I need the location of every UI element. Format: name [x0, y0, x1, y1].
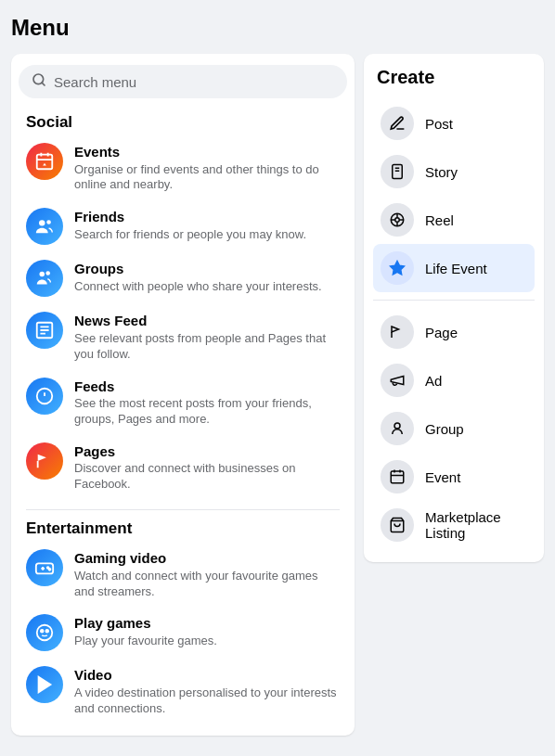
create-icon-marketplace — [381, 508, 414, 542]
menu-item-desc-playgames: Play your favourite games. — [74, 634, 217, 649]
menu-item-icon-playgames — [26, 614, 63, 651]
svg-point-25 — [41, 630, 44, 633]
menu-item-title-groups: Groups — [74, 260, 322, 278]
create-label-story: Story — [425, 164, 458, 180]
create-icon-event — [381, 460, 414, 493]
section-label-entertainment: Entertainment — [19, 519, 347, 538]
menu-item-text-pages: PagesDiscover and connect with businesse… — [74, 442, 340, 493]
menu-item-icon-events — [26, 143, 63, 180]
menu-item-text-events: EventsOrganise or find events and other … — [74, 143, 340, 193]
svg-marker-27 — [39, 677, 51, 693]
menu-item-video[interactable]: VideoA video destination personalised to… — [19, 659, 347, 724]
svg-rect-40 — [391, 471, 404, 483]
create-item-ad[interactable]: Ad — [373, 356, 535, 404]
create-icon-post — [381, 107, 414, 140]
create-label-group: Group — [425, 421, 464, 437]
menu-item-desc-pages: Discover and connect with businesses on … — [74, 461, 340, 493]
create-icon-group — [381, 412, 414, 445]
svg-point-7 — [39, 220, 45, 225]
create-icon-reel — [381, 203, 414, 237]
menu-item-text-playgames: Play gamesPlay your favourite games. — [74, 614, 217, 648]
svg-point-24 — [37, 625, 53, 641]
left-sections: SocialEventsOrganise or find events and … — [19, 113, 347, 724]
create-divider — [373, 300, 535, 301]
create-item-life-event[interactable]: Life Event — [373, 244, 535, 292]
create-item-marketplace[interactable]: Marketplace Listing — [373, 501, 535, 549]
menu-item-newsfeed[interactable]: News FeedSee relevant posts from people … — [19, 304, 347, 369]
create-label-marketplace: Marketplace Listing — [425, 509, 527, 541]
menu-item-icon-gaming — [26, 549, 63, 586]
menu-item-playgames[interactable]: Play gamesPlay your favourite games. — [19, 607, 347, 659]
svg-point-32 — [395, 218, 400, 223]
menu-item-events[interactable]: EventsOrganise or find events and other … — [19, 135, 347, 200]
create-label-life-event: Life Event — [425, 261, 487, 276]
create-icon-story — [381, 155, 414, 188]
menu-item-text-gaming: Gaming videoWatch and connect with your … — [74, 549, 340, 599]
menu-item-icon-feeds — [26, 378, 63, 415]
svg-marker-6 — [43, 163, 46, 166]
create-item-reel[interactable]: Reel — [373, 196, 535, 244]
create-item-story[interactable]: Story — [373, 147, 535, 196]
menu-item-title-events: Events — [74, 143, 340, 161]
create-label-event: Event — [425, 469, 460, 485]
menu-item-title-friends: Friends — [74, 208, 306, 226]
menu-item-text-groups: GroupsConnect with people who share your… — [74, 260, 322, 294]
svg-point-39 — [394, 423, 400, 429]
menu-item-desc-events: Organise or find events and other things… — [74, 162, 340, 194]
menu-item-text-video: VideoA video destination personalised to… — [74, 666, 340, 716]
menu-item-title-feeds: Feeds — [74, 378, 340, 396]
create-icon-page — [381, 315, 414, 349]
search-bar[interactable] — [19, 65, 347, 98]
create-label-page: Page — [425, 325, 458, 340]
menu-item-icon-pages — [26, 442, 63, 480]
svg-point-9 — [40, 272, 45, 277]
svg-point-8 — [46, 220, 51, 224]
create-item-page[interactable]: Page — [373, 308, 535, 356]
menu-item-desc-gaming: Watch and connect with your favourite ga… — [74, 569, 340, 600]
page-wrapper: Menu SocialEventsOrganise or find events… — [0, 0, 555, 736]
menu-item-title-gaming: Gaming video — [74, 549, 340, 568]
menu-item-text-feeds: FeedsSee the most recent posts from your… — [74, 378, 340, 428]
content-area: SocialEventsOrganise or find events and … — [11, 54, 544, 736]
menu-item-feeds[interactable]: FeedsSee the most recent posts from your… — [19, 370, 347, 435]
menu-item-desc-video: A video destination personalised to your… — [74, 686, 340, 717]
create-label-ad: Ad — [425, 373, 442, 389]
menu-item-icon-video — [26, 666, 63, 703]
menu-item-title-playgames: Play games — [74, 614, 217, 633]
create-label-post: Post — [425, 116, 453, 132]
menu-item-desc-friends: Search for friends or people you may kno… — [74, 227, 306, 243]
create-items: PostStoryReelLife EventPageAdGroupEventM… — [373, 99, 535, 549]
search-icon — [32, 72, 46, 91]
menu-item-desc-feeds: See the most recent posts from your frie… — [74, 396, 340, 428]
svg-marker-37 — [391, 262, 405, 275]
menu-item-pages[interactable]: PagesDiscover and connect with businesse… — [19, 435, 347, 500]
create-item-post[interactable]: Post — [373, 99, 535, 147]
svg-point-10 — [45, 271, 50, 275]
section-divider-0 — [26, 509, 340, 510]
menu-item-icon-groups — [26, 260, 63, 297]
menu-item-desc-groups: Connect with people who share your inter… — [74, 279, 322, 295]
page-title: Menu — [11, 15, 544, 41]
menu-item-title-pages: Pages — [74, 442, 340, 461]
create-item-event[interactable]: Event — [373, 453, 535, 501]
menu-item-groups[interactable]: GroupsConnect with people who share your… — [19, 252, 347, 304]
menu-item-text-newsfeed: News FeedSee relevant posts from people … — [74, 312, 340, 362]
menu-item-text-friends: FriendsSearch for friends or people you … — [74, 208, 306, 242]
menu-item-title-video: Video — [74, 666, 340, 685]
svg-point-23 — [49, 569, 51, 570]
menu-item-gaming[interactable]: Gaming videoWatch and connect with your … — [19, 542, 347, 607]
menu-item-icon-newsfeed — [26, 312, 63, 349]
create-title: Create — [373, 67, 535, 88]
section-label-social: Social — [19, 113, 347, 132]
menu-item-title-newsfeed: News Feed — [74, 312, 340, 330]
right-panel: Create PostStoryReelLife EventPageAdGrou… — [364, 54, 544, 562]
svg-rect-2 — [37, 155, 53, 170]
svg-line-1 — [42, 83, 45, 85]
menu-item-friends[interactable]: FriendsSearch for friends or people you … — [19, 200, 347, 252]
create-icon-life-event — [381, 251, 414, 285]
menu-item-icon-friends — [26, 208, 63, 245]
create-item-group[interactable]: Group — [373, 404, 535, 453]
create-icon-ad — [381, 364, 414, 397]
create-label-reel: Reel — [425, 212, 454, 228]
search-input[interactable] — [54, 74, 334, 90]
